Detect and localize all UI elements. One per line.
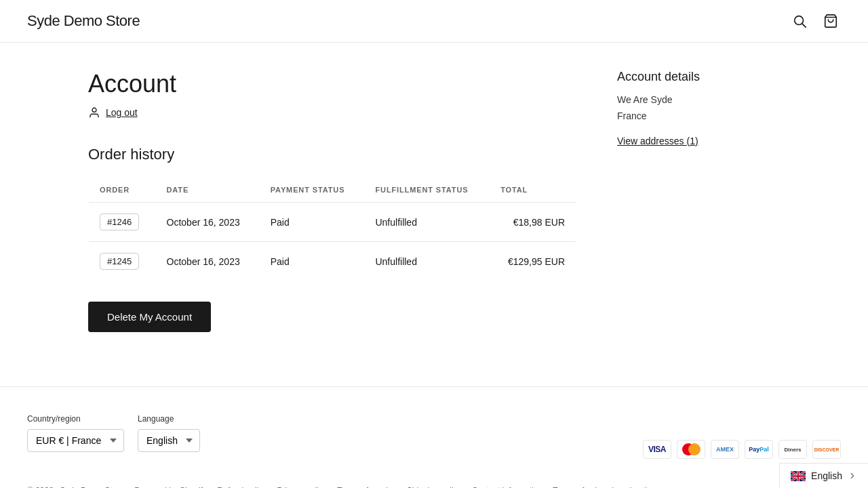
site-footer: Country/region EUR € | France Language E… [0, 386, 868, 488]
total-cell: €129,95 EUR [490, 242, 576, 281]
payment-methods: VISA AMEX PayPal Diners DISCOVER [643, 440, 841, 459]
visa-icon: VISA [643, 440, 671, 459]
chevron-right-icon [848, 471, 857, 481]
flag-icon [791, 471, 806, 481]
amex-icon: AMEX [711, 440, 739, 459]
language-selector-group: Language English [138, 414, 200, 452]
delete-account-button[interactable]: Delete My Account [88, 302, 211, 332]
col-order: ORDER [89, 178, 156, 203]
language-label: Language [138, 414, 200, 424]
order-history-title: Order history [88, 146, 576, 163]
table-header-row: ORDER DATE PAYMENT STATUS FULFILLMENT ST… [89, 178, 576, 203]
payment-status-cell: Paid [260, 203, 365, 242]
right-column: Account details We Are Syde France View … [617, 70, 780, 332]
language-select[interactable]: English [138, 429, 200, 452]
page-title: Account [88, 70, 576, 98]
main-content: Account Log out Order history ORDER DATE… [61, 43, 807, 386]
country-selector-group: Country/region EUR € | France [27, 414, 124, 452]
mastercard-icon [677, 440, 705, 459]
svg-line-1 [802, 24, 806, 27]
logout-label: Log out [106, 107, 138, 118]
order-badge: #1245 [100, 253, 139, 270]
fulfillment-status-cell: Unfulfilled [364, 203, 490, 242]
view-addresses-button[interactable]: View addresses (1) [617, 136, 698, 146]
order-table: ORDER DATE PAYMENT STATUS FULFILLMENT ST… [88, 177, 576, 281]
logout-button[interactable]: Log out [88, 106, 138, 119]
svg-point-3 [92, 108, 96, 112]
date-cell: October 16, 2023 [156, 203, 260, 242]
site-logo[interactable]: Syde Demo Store [27, 12, 140, 30]
discover-icon: DISCOVER [812, 440, 841, 459]
search-icon [792, 14, 807, 28]
order-badge: #1246 [100, 214, 139, 230]
language-bar[interactable]: English [779, 463, 868, 488]
left-column: Account Log out Order history ORDER DATE… [88, 70, 576, 332]
total-cell: €18,98 EUR [490, 203, 576, 242]
footer-selectors: Country/region EUR € | France Language E… [27, 414, 200, 452]
account-name: We Are Syde France [617, 92, 780, 125]
paypal-icon: PayPal [745, 440, 773, 459]
cart-icon [823, 14, 838, 28]
search-button[interactable] [789, 11, 810, 31]
lang-bar-label: English [811, 470, 842, 481]
col-total: TOTAL [490, 178, 576, 203]
order-number-cell: #1246 [89, 203, 156, 242]
country-select[interactable]: EUR € | France [27, 429, 124, 452]
fulfillment-status-cell: Unfulfilled [364, 242, 490, 281]
user-icon [88, 106, 100, 119]
diners-icon: Diners [778, 440, 807, 459]
table-row[interactable]: #1245 October 16, 2023 Paid Unfulfilled … [89, 242, 576, 281]
site-header: Syde Demo Store [0, 0, 868, 43]
cart-button[interactable] [821, 11, 841, 31]
col-fulfillment-status: FULFILLMENT STATUS [364, 178, 490, 203]
payment-status-cell: Paid [260, 242, 365, 281]
col-date: DATE [156, 178, 260, 203]
account-details-title: Account details [617, 70, 780, 84]
table-row[interactable]: #1246 October 16, 2023 Paid Unfulfilled … [89, 203, 576, 242]
col-payment-status: PAYMENT STATUS [260, 178, 365, 203]
order-number-cell: #1245 [89, 242, 156, 281]
country-region-label: Country/region [27, 414, 124, 424]
date-cell: October 16, 2023 [156, 242, 260, 281]
